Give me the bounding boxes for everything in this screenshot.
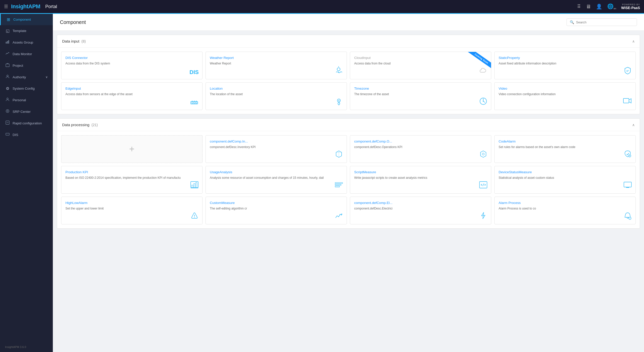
data-input-header[interactable]: Data input (8) ∧ <box>57 35 640 48</box>
svg-rect-39 <box>335 184 341 185</box>
notification-icon[interactable]: 🖥 <box>586 4 591 10</box>
sidebar-item-template[interactable]: ◱ Template <box>0 25 53 37</box>
data-input-section: Data input (8) ∧ DIS Connector Access da… <box>57 35 640 114</box>
card-usage-analysis[interactable]: UsageAnalysis Analysis some resource of … <box>206 166 347 194</box>
custom-measure-title: CustomMeasure <box>210 201 343 205</box>
card-dis-connector[interactable]: DIS Connector Access data from the DIS s… <box>61 52 203 79</box>
svg-point-31 <box>482 153 484 155</box>
user-icon[interactable]: 👤 <box>596 4 602 10</box>
svg-rect-0 <box>6 42 7 44</box>
svg-rect-10 <box>6 133 9 135</box>
dis-connector-icon: DIS <box>189 69 199 76</box>
production-kpi-title: Production KPI <box>65 170 198 174</box>
electrical-icon <box>479 211 488 222</box>
svg-marker-30 <box>629 99 631 103</box>
alarm-process-title: Alarm Process <box>499 201 631 205</box>
card-static-property[interactable]: StaticProperty Asset fixed attribute inf… <box>494 52 636 79</box>
svg-line-42 <box>483 184 484 186</box>
weather-report-icon <box>334 66 343 77</box>
code-alarm-desc: Set rules for alarms based on the asset'… <box>499 145 631 159</box>
assets-group-icon <box>5 40 10 45</box>
card-location[interactable]: Location The location of the asset <box>206 82 347 110</box>
card-cloud-input[interactable]: CloudInput Access data from the cloud Co… <box>350 52 491 79</box>
inventory-kpi-icon <box>335 150 343 160</box>
nav-right: ⠿ 🖥 👤 🌐en POWERED BY WISE-PaaS <box>577 3 640 10</box>
sidebar-label-project: Project <box>13 64 23 67</box>
operations-kpi-desc: component.defDesc.Operations KPI <box>354 145 487 159</box>
card-high-low-alarm[interactable]: HighLowAlarm Set the upper and lower lim… <box>61 197 203 224</box>
powered-by: POWERED BY WISE-PaaS <box>621 3 640 10</box>
system-config-icon: ⚙ <box>5 86 10 91</box>
sidebar-label-personal: Personal <box>13 98 26 102</box>
script-measure-desc: Write javascript scripts to create asset… <box>354 175 487 189</box>
data-processing-header[interactable]: Data processing (21) ∧ <box>57 119 640 131</box>
edge-input-icon <box>190 96 199 107</box>
alarm-process-icon <box>623 211 632 222</box>
card-production-kpi[interactable]: Production KPI Based on ISO 22400-2:2014… <box>61 166 203 194</box>
location-title: Location <box>210 87 343 90</box>
search-input[interactable] <box>576 20 634 24</box>
operations-kpi-icon <box>479 150 488 160</box>
card-script-measure[interactable]: ScriptMeasure Write javascript scripts t… <box>350 166 491 194</box>
data-processing-chevron-icon[interactable]: ∧ <box>632 123 635 127</box>
nav-left: ☰ InsightAPM Portal <box>4 3 57 10</box>
hamburger-icon[interactable]: ☰ <box>4 4 8 9</box>
sidebar-label-dis: DIS <box>13 133 18 137</box>
card-code-alarm[interactable]: CodeAlarm Set rules for alarms based on … <box>494 135 636 163</box>
sidebar-item-rapid-config[interactable]: Rapid configuration <box>0 117 53 129</box>
static-property-title: StaticProperty <box>499 56 631 60</box>
card-alarm-process[interactable]: Alarm Process Alarm Process is used to c… <box>494 197 636 224</box>
svg-rect-37 <box>196 183 197 188</box>
data-input-title: Data input (8) <box>62 39 86 43</box>
card-weather-report[interactable]: Weather Report Weather Report <box>206 52 347 79</box>
card-electrical[interactable]: component.defComp.El... component.defDes… <box>350 197 491 224</box>
language-icon[interactable]: 🌐en <box>607 3 616 10</box>
device-status-desc: Statistical analysis of asset custom sta… <box>499 175 631 189</box>
device-status-icon <box>623 181 632 191</box>
card-edge-input[interactable]: EdgeInput Access data from sensors at th… <box>61 82 203 110</box>
production-kpi-desc: Based on ISO 22400-2:2014 specification,… <box>65 175 198 189</box>
card-custom-measure[interactable]: CustomMeasure The self-editing algorithm… <box>206 197 347 224</box>
rapid-config-icon <box>5 121 10 126</box>
top-navigation: ☰ InsightAPM Portal ⠿ 🖥 👤 🌐en POWERED BY… <box>0 0 644 13</box>
card-timezone[interactable]: Timezone The timezone of the asset <box>350 82 491 110</box>
card-video[interactable]: Video Video connection configuration inf… <box>494 82 636 110</box>
sidebar-item-dis[interactable]: DIS <box>0 129 53 140</box>
sidebar-label-assets: Assets Group <box>13 41 33 44</box>
sidebar-item-authority[interactable]: Authority ∨ <box>0 71 53 83</box>
high-low-alarm-desc: Set the upper and lower limit <box>65 206 198 220</box>
card-add-new[interactable]: + <box>61 135 203 163</box>
search-icon: 🔍 <box>570 20 574 24</box>
search-box[interactable]: 🔍 <box>567 18 637 26</box>
sidebar-footer: InsightAPM 3.6.0 <box>0 342 53 352</box>
card-inventory-kpi[interactable]: component.defComp.In... component.defDes… <box>206 135 347 163</box>
main-layout: ⊞ Component ◱ Template Assets Group <box>0 14 644 352</box>
svg-point-11 <box>337 68 340 71</box>
custom-measure-icon <box>335 211 343 222</box>
video-icon <box>623 96 632 107</box>
sidebar-label-template: Template <box>13 29 26 33</box>
sidebar-item-system-config[interactable]: ⚙ System Config <box>0 83 53 94</box>
code-alarm-icon <box>623 150 632 160</box>
sidebar-item-project[interactable]: Project <box>0 60 53 71</box>
sidebar-item-data-monitor[interactable]: Data Monitor <box>0 48 53 60</box>
code-alarm-title: CodeAlarm <box>499 139 631 143</box>
location-desc: The location of the asset <box>210 92 343 106</box>
sidebar-item-component[interactable]: ⊞ Component <box>0 14 53 25</box>
sidebar-label-data-monitor: Data Monitor <box>13 52 32 56</box>
add-icon: + <box>129 144 134 154</box>
card-device-status[interactable]: DeviceStatusMeasure Statistical analysis… <box>494 166 636 194</box>
dis-connector-title: DIS Connector <box>65 56 198 60</box>
card-operations-kpi[interactable]: component.defComp.O... component.defDesc… <box>350 135 491 163</box>
sidebar-item-assets-group[interactable]: Assets Group <box>0 37 53 48</box>
script-measure-icon <box>479 181 488 191</box>
personal-icon <box>5 97 10 102</box>
component-icon: ⊞ <box>6 17 11 22</box>
data-input-chevron-icon[interactable]: ∧ <box>632 39 635 43</box>
grid-icon[interactable]: ⠿ <box>577 4 581 10</box>
sidebar-item-personal[interactable]: Personal <box>0 94 53 106</box>
template-icon: ◱ <box>5 28 10 33</box>
device-status-title: DeviceStatusMeasure <box>499 170 631 174</box>
sidebar-item-srp-center[interactable]: SRP Center <box>0 106 53 117</box>
dis-connector-desc: Access data from the DIS system <box>65 61 198 75</box>
